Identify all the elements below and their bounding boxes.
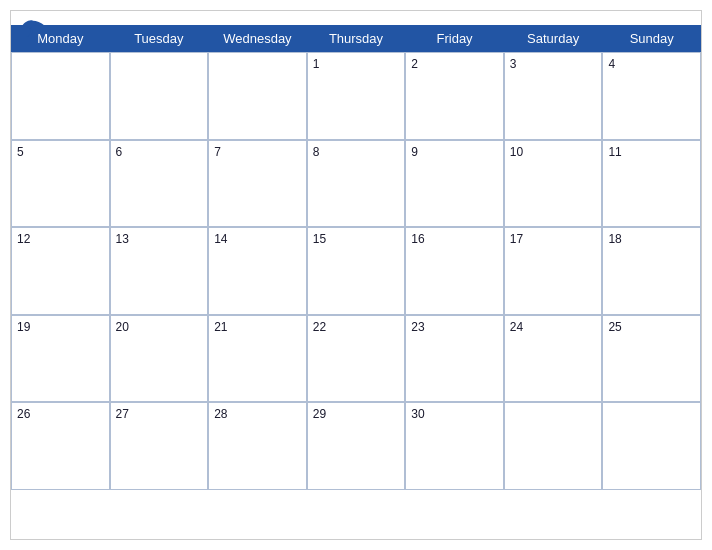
calendar-cell: 1 — [307, 52, 406, 140]
date-number: 25 — [608, 320, 621, 334]
date-number: 29 — [313, 407, 326, 421]
day-header: Friday — [405, 25, 504, 52]
date-number: 2 — [411, 57, 418, 71]
calendar-cell: 16 — [405, 227, 504, 315]
calendar-cell: 5 — [11, 140, 110, 228]
logo — [21, 19, 48, 37]
calendar-cell: 25 — [602, 315, 701, 403]
calendar-grid: 1234567891011121314151617181920212223242… — [11, 52, 701, 490]
calendar-cell: 27 — [110, 402, 209, 490]
calendar: MondayTuesdayWednesdayThursdayFridaySatu… — [10, 10, 702, 540]
date-number: 1 — [313, 57, 320, 71]
calendar-cell: 23 — [405, 315, 504, 403]
calendar-cell: 28 — [208, 402, 307, 490]
date-number: 4 — [608, 57, 615, 71]
day-header: Tuesday — [110, 25, 209, 52]
calendar-cell: 13 — [110, 227, 209, 315]
calendar-cell: 17 — [504, 227, 603, 315]
date-number: 12 — [17, 232, 30, 246]
calendar-cell: 9 — [405, 140, 504, 228]
calendar-cell — [504, 402, 603, 490]
date-number: 10 — [510, 145, 523, 159]
calendar-cell: 26 — [11, 402, 110, 490]
date-number: 13 — [116, 232, 129, 246]
date-number: 8 — [313, 145, 320, 159]
calendar-cell: 2 — [405, 52, 504, 140]
calendar-cell: 10 — [504, 140, 603, 228]
calendar-cell: 29 — [307, 402, 406, 490]
calendar-cell: 18 — [602, 227, 701, 315]
date-number: 3 — [510, 57, 517, 71]
date-number: 19 — [17, 320, 30, 334]
calendar-cell: 3 — [504, 52, 603, 140]
calendar-cell: 11 — [602, 140, 701, 228]
date-number: 28 — [214, 407, 227, 421]
logo-bird-icon — [21, 19, 45, 37]
calendar-cell: 8 — [307, 140, 406, 228]
calendar-cell — [208, 52, 307, 140]
calendar-cell: 24 — [504, 315, 603, 403]
calendar-cell: 12 — [11, 227, 110, 315]
date-number: 7 — [214, 145, 221, 159]
calendar-cell: 20 — [110, 315, 209, 403]
date-number: 14 — [214, 232, 227, 246]
day-headers: MondayTuesdayWednesdayThursdayFridaySatu… — [11, 25, 701, 52]
day-header: Saturday — [504, 25, 603, 52]
date-number: 26 — [17, 407, 30, 421]
date-number: 27 — [116, 407, 129, 421]
calendar-cell — [110, 52, 209, 140]
date-number: 5 — [17, 145, 24, 159]
calendar-cell: 21 — [208, 315, 307, 403]
calendar-cell — [602, 402, 701, 490]
date-number: 9 — [411, 145, 418, 159]
date-number: 18 — [608, 232, 621, 246]
date-number: 20 — [116, 320, 129, 334]
calendar-cell: 7 — [208, 140, 307, 228]
calendar-cell: 4 — [602, 52, 701, 140]
date-number: 17 — [510, 232, 523, 246]
calendar-cell — [11, 52, 110, 140]
date-number: 22 — [313, 320, 326, 334]
date-number: 6 — [116, 145, 123, 159]
date-number: 11 — [608, 145, 621, 159]
calendar-cell: 19 — [11, 315, 110, 403]
calendar-header — [11, 11, 701, 25]
date-number: 21 — [214, 320, 227, 334]
day-header: Wednesday — [208, 25, 307, 52]
calendar-cell: 15 — [307, 227, 406, 315]
calendar-cell: 30 — [405, 402, 504, 490]
date-number: 30 — [411, 407, 424, 421]
date-number: 24 — [510, 320, 523, 334]
date-number: 23 — [411, 320, 424, 334]
date-number: 15 — [313, 232, 326, 246]
calendar-cell: 22 — [307, 315, 406, 403]
calendar-cell: 14 — [208, 227, 307, 315]
date-number: 16 — [411, 232, 424, 246]
day-header: Sunday — [602, 25, 701, 52]
calendar-cell: 6 — [110, 140, 209, 228]
day-header: Thursday — [307, 25, 406, 52]
